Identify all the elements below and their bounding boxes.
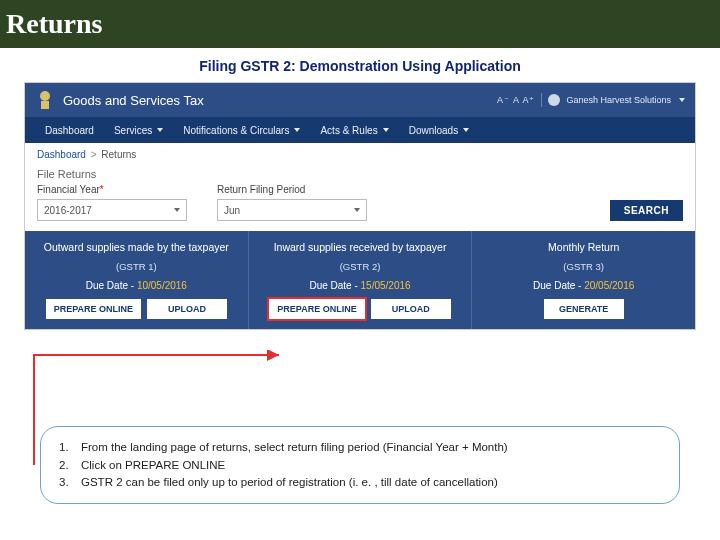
button-row: PREPARE ONLINE UPLOAD	[33, 299, 240, 319]
svg-rect-1	[41, 101, 49, 109]
due-label: Due Date -	[533, 280, 581, 291]
chevron-down-icon	[174, 208, 180, 212]
upload-button[interactable]: UPLOAD	[147, 299, 227, 319]
slide-title: Returns	[6, 8, 714, 40]
nav-label: Dashboard	[45, 125, 94, 136]
due-row: Due Date - 15/05/2016	[257, 280, 464, 291]
card-sub: (GSTR 1)	[33, 261, 240, 272]
button-row: PREPARE ONLINE UPLOAD	[257, 299, 464, 319]
required-mark: *	[100, 184, 104, 195]
breadcrumb: Dashboard > Returns	[25, 143, 695, 166]
item-number: 3.	[59, 474, 81, 491]
list-item: 1.From the landing page of returns, sele…	[59, 439, 661, 456]
prepare-online-button[interactable]: PREPARE ONLINE	[46, 299, 141, 319]
return-period-field: Return Filing Period Jun	[217, 184, 367, 221]
card-sub: (GSTR 3)	[480, 261, 687, 272]
due-row: Due Date - 20/05/2016	[480, 280, 687, 291]
search-button[interactable]: SEARCH	[610, 200, 683, 221]
breadcrumb-sep: >	[91, 149, 97, 160]
instruction-callout: 1.From the landing page of returns, sele…	[40, 426, 680, 504]
list-item: 2.Click on PREPARE ONLINE	[59, 457, 661, 474]
item-text: From the landing page of returns, select…	[81, 439, 508, 456]
period-label: Return Filing Period	[217, 184, 367, 195]
section-title: File Returns	[25, 166, 695, 184]
filter-form: Financial Year* 2016-2017 Return Filing …	[25, 184, 695, 231]
user-icon	[548, 94, 560, 106]
card-title: Outward supplies made by the taxpayer	[33, 241, 240, 253]
item-text: GSTR 2 can be filed only up to period of…	[81, 474, 498, 491]
list-item: 3.GSTR 2 can be filed only up to period …	[59, 474, 661, 491]
card-sub: (GSTR 2)	[257, 261, 464, 272]
nav-label: Services	[114, 125, 152, 136]
app-header: Goods and Services Tax A⁻ A A⁺ Ganesh Ha…	[25, 83, 695, 117]
chevron-down-icon	[383, 128, 389, 132]
emblem-icon	[35, 89, 55, 111]
card-title: Monthly Return	[480, 241, 687, 253]
app-frame: Goods and Services Tax A⁻ A A⁺ Ganesh Ha…	[24, 82, 696, 330]
item-text: Click on PREPARE ONLINE	[81, 457, 225, 474]
svg-point-0	[40, 91, 50, 101]
select-value: 2016-2017	[44, 205, 92, 216]
due-row: Due Date - 10/05/2016	[33, 280, 240, 291]
breadcrumb-current: Returns	[101, 149, 136, 160]
prepare-online-button[interactable]: PREPARE ONLINE	[269, 299, 364, 319]
nav-acts[interactable]: Acts & Rules	[310, 125, 398, 136]
button-row: GENERATE	[480, 299, 687, 319]
chevron-down-icon	[463, 128, 469, 132]
fy-label: Financial Year*	[37, 184, 187, 195]
due-label: Due Date -	[309, 280, 357, 291]
fy-select[interactable]: 2016-2017	[37, 199, 187, 221]
divider	[541, 93, 542, 107]
nav-label: Notifications & Circulars	[183, 125, 289, 136]
item-number: 1.	[59, 439, 81, 456]
card-gstr2: Inward supplies received by taxpayer (GS…	[249, 231, 473, 329]
chevron-down-icon	[354, 208, 360, 212]
generate-button[interactable]: GENERATE	[544, 299, 624, 319]
slide-subheading: Filing GSTR 2: Demonstration Using Appli…	[0, 58, 720, 74]
return-cards: Outward supplies made by the taxpayer (G…	[25, 231, 695, 329]
font-size-control[interactable]: A⁻ A A⁺	[497, 95, 536, 105]
app-title: Goods and Services Tax	[63, 93, 497, 108]
user-name[interactable]: Ganesh Harvest Solutions	[566, 95, 671, 105]
label-text: Financial Year	[37, 184, 100, 195]
chevron-down-icon	[157, 128, 163, 132]
period-select[interactable]: Jun	[217, 199, 367, 221]
card-title: Inward supplies received by taxpayer	[257, 241, 464, 253]
card-gstr3: Monthly Return (GSTR 3) Due Date - 20/05…	[472, 231, 695, 329]
header-right: A⁻ A A⁺ Ganesh Harvest Solutions	[497, 93, 685, 107]
breadcrumb-root[interactable]: Dashboard	[37, 149, 86, 160]
nav-services[interactable]: Services	[104, 125, 173, 136]
due-date: 20/05/2016	[584, 280, 634, 291]
card-gstr1: Outward supplies made by the taxpayer (G…	[25, 231, 249, 329]
due-date: 10/05/2016	[137, 280, 187, 291]
due-label: Due Date -	[86, 280, 134, 291]
chevron-down-icon[interactable]	[679, 98, 685, 102]
slide-title-bar: Returns	[0, 0, 720, 48]
nav-dashboard[interactable]: Dashboard	[35, 125, 104, 136]
nav-downloads[interactable]: Downloads	[399, 125, 479, 136]
navbar: Dashboard Services Notifications & Circu…	[25, 117, 695, 143]
chevron-down-icon	[294, 128, 300, 132]
due-date: 15/05/2016	[361, 280, 411, 291]
upload-button[interactable]: UPLOAD	[371, 299, 451, 319]
item-number: 2.	[59, 457, 81, 474]
nav-label: Downloads	[409, 125, 458, 136]
financial-year-field: Financial Year* 2016-2017	[37, 184, 187, 221]
nav-label: Acts & Rules	[320, 125, 377, 136]
nav-notifications[interactable]: Notifications & Circulars	[173, 125, 310, 136]
select-value: Jun	[224, 205, 240, 216]
